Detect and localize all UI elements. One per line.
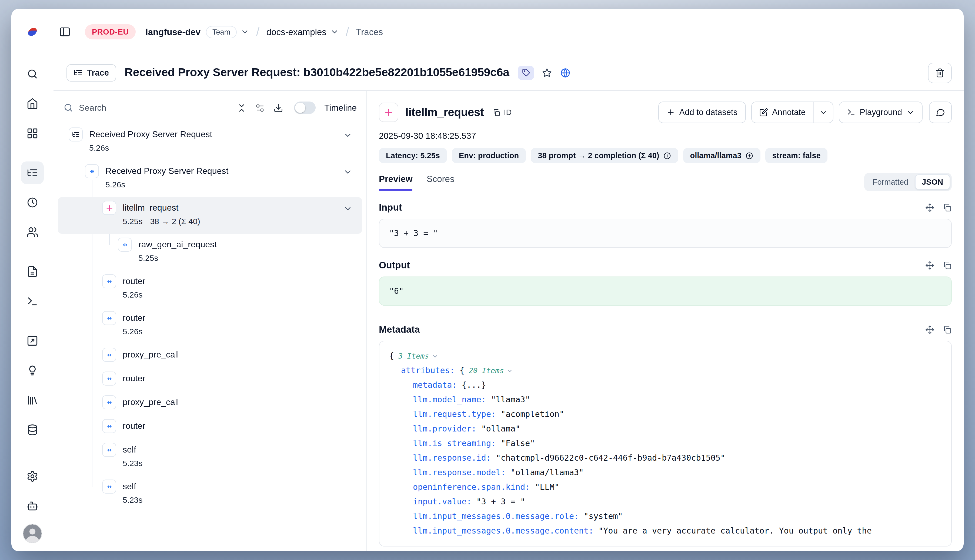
tree-row-span[interactable]: self 5.23s: [58, 476, 362, 512]
toggle-knob: [295, 103, 305, 113]
sidebar-item-sessions[interactable]: [21, 191, 44, 214]
org-dropdown-button[interactable]: [241, 28, 249, 36]
library-icon: [27, 394, 38, 406]
timeline-toggle[interactable]: [294, 102, 316, 114]
tree-row-span[interactable]: raw_gen_ai_request 5.25s: [58, 234, 362, 270]
breadcrumb-separator: /: [346, 25, 349, 38]
sidebar-item-dashboards[interactable]: [21, 122, 44, 145]
sidebar-item-users[interactable]: [21, 221, 44, 243]
chevron-down-icon[interactable]: [343, 131, 352, 140]
sidebar-item-storage[interactable]: [21, 418, 44, 441]
tree-row-span[interactable]: proxy_pre_call: [58, 344, 362, 368]
tree-row-span[interactable]: self 5.23s: [58, 439, 362, 476]
tree-search-input[interactable]: [79, 103, 228, 113]
detail-tabs: Preview Scores Formatted JSON: [379, 173, 952, 191]
move-icon: [925, 261, 935, 270]
chevron-down-icon[interactable]: [343, 204, 352, 213]
expand-section-button[interactable]: [925, 261, 935, 270]
node-label: router: [123, 274, 145, 288]
annotate-dropdown-button[interactable]: [813, 102, 833, 123]
public-link-button[interactable]: [560, 67, 571, 78]
info-icon[interactable]: [663, 152, 671, 160]
json-collapse-chevron[interactable]: [507, 367, 513, 374]
chevron-down-icon: [819, 108, 827, 117]
breadcrumb-separator: /: [256, 25, 259, 38]
copy-id-button[interactable]: ID: [492, 108, 512, 117]
tree-row-trace-root[interactable]: Received Proxy Server Request 5.26s: [58, 124, 362, 160]
json-line: llm.input_messages.0.message.role:"syste…: [389, 509, 942, 524]
environment-chip: Env: production: [452, 148, 526, 163]
sidebar-item-support[interactable]: [21, 495, 44, 517]
expand-section-button[interactable]: [925, 203, 935, 212]
json-line: {3 Items: [389, 349, 942, 363]
sidebar-toggle-button[interactable]: [59, 26, 71, 38]
sidebar-item-insights[interactable]: [21, 359, 44, 382]
sidebar-item-playground[interactable]: [21, 290, 44, 313]
view-settings-button[interactable]: [255, 103, 265, 113]
expand-section-button[interactable]: [925, 325, 935, 334]
tree-row-span[interactable]: router 5.26s: [58, 270, 362, 307]
tab-scores[interactable]: Scores: [427, 173, 455, 190]
sidebar-item-prompts[interactable]: [21, 260, 44, 283]
sidebar-item-settings[interactable]: [21, 465, 44, 488]
annotate-button[interactable]: Annotate: [751, 102, 813, 123]
chevron-down-icon[interactable]: [343, 167, 352, 177]
rail-bottom-group: [21, 465, 44, 543]
users-icon: [27, 226, 38, 238]
langfuse-logo[interactable]: [25, 25, 39, 39]
tree-row-generation-selected[interactable]: litellm_request 5.25s 38 → 2 (Σ 40): [58, 197, 362, 234]
json-collapse-chevron[interactable]: [432, 353, 438, 359]
tree-row-span[interactable]: router: [58, 368, 362, 392]
breadcrumb-org-name[interactable]: langfuse-dev: [145, 27, 201, 37]
json-line: llm.response.id:"chatcmpl-d96622c0-c642-…: [389, 451, 942, 465]
bookmark-star-button[interactable]: [542, 67, 553, 78]
file-text-icon: [27, 266, 38, 278]
trace-header: Trace Received Proxy Server Request: b30…: [54, 55, 964, 91]
sidebar-item-traces[interactable]: [21, 162, 44, 184]
breadcrumb-traces-link[interactable]: Traces: [356, 27, 383, 37]
project-dropdown-button[interactable]: [330, 28, 339, 36]
node-label: raw_gen_ai_request: [138, 238, 217, 252]
top-navigation-bar: PROD-EU langfuse-dev Team / docs-example…: [11, 8, 964, 55]
collapse-all-button[interactable]: [237, 103, 246, 113]
sidebar-item-evaluation[interactable]: [21, 329, 44, 352]
metadata-json-viewer: {3 Items attributes:{20 Items metadata:{…: [379, 341, 952, 547]
copy-section-button[interactable]: [943, 261, 952, 270]
tree-row-span[interactable]: router 5.26s: [58, 307, 362, 344]
delete-trace-button[interactable]: [928, 62, 952, 83]
span-icon: [102, 372, 116, 385]
view-toggle-formatted[interactable]: Formatted: [866, 175, 915, 189]
breadcrumb-project-name[interactable]: docs-examples: [266, 27, 326, 37]
playground-button[interactable]: Playground: [838, 102, 923, 123]
comments-button[interactable]: [929, 102, 952, 123]
copy-icon: [943, 325, 952, 334]
move-icon: [925, 203, 935, 212]
sidebar-item-datasets[interactable]: [21, 389, 44, 412]
annotate-label: Annotate: [772, 107, 806, 117]
generation-icon: [379, 103, 398, 122]
tree-row-span[interactable]: router: [58, 415, 362, 439]
add-to-datasets-button[interactable]: Add to datasets: [658, 102, 746, 123]
download-button[interactable]: [273, 103, 283, 113]
timeline-toggle-label: Timeline: [324, 103, 357, 113]
tree-row-span[interactable]: Received Proxy Server Request 5.26s: [58, 160, 362, 197]
node-duration: 5.23s: [123, 493, 142, 507]
terminal-icon: [27, 295, 38, 307]
sidebar-item-search[interactable]: [21, 63, 44, 85]
search-icon: [63, 103, 74, 113]
trace-title: Received Proxy Server Request: b3010b422…: [125, 66, 509, 79]
user-avatar[interactable]: [23, 524, 42, 543]
chevron-down-icon: [330, 28, 339, 36]
id-label: ID: [504, 108, 512, 117]
plus-circle-icon[interactable]: [745, 152, 753, 160]
list-tree-icon: [27, 167, 38, 179]
copy-section-button[interactable]: [943, 203, 952, 212]
copy-section-button[interactable]: [943, 325, 952, 334]
tree-row-span[interactable]: proxy_pre_call: [58, 392, 362, 415]
tab-preview[interactable]: Preview: [379, 173, 413, 190]
trace-type-label: Trace: [87, 68, 109, 77]
sidebar-item-home[interactable]: [21, 92, 44, 115]
tags-button[interactable]: [518, 66, 534, 80]
view-toggle-json[interactable]: JSON: [915, 175, 950, 190]
json-line: llm.input_messages.0.message.content:"Yo…: [389, 524, 942, 538]
